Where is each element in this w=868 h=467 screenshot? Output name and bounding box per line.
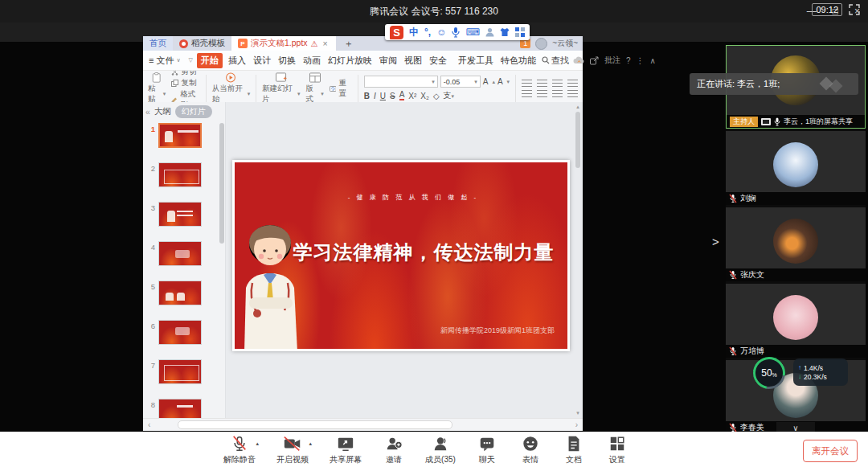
sogou-logo-icon[interactable]: S bbox=[390, 26, 403, 39]
underline-button[interactable]: U bbox=[380, 92, 386, 100]
align-center-icon[interactable] bbox=[537, 90, 547, 97]
slide-6-thumbnail[interactable] bbox=[158, 320, 202, 345]
font-color-button[interactable]: A bbox=[399, 91, 405, 100]
collapse-ribbon-icon[interactable]: ∧ bbox=[650, 56, 656, 65]
layout-button[interactable]: 版式▾ bbox=[305, 72, 323, 104]
justify-icon[interactable] bbox=[567, 90, 578, 97]
participant-tile[interactable]: 刘娴 bbox=[726, 131, 866, 205]
tab-wps-home[interactable]: 首页 bbox=[143, 36, 173, 51]
align-left-icon[interactable] bbox=[522, 90, 532, 97]
slide-4-thumbnail[interactable] bbox=[158, 241, 202, 266]
scroll-left-icon[interactable]: ‹ bbox=[143, 420, 155, 429]
menu-tab-animation[interactable]: 动画 bbox=[301, 53, 322, 68]
play-from-current-button[interactable]: 从当前开始▾ bbox=[212, 72, 250, 104]
sogou-keyboard-icon[interactable]: ⌨ bbox=[465, 25, 479, 39]
char-tool-button[interactable]: 支▾ bbox=[444, 90, 455, 101]
cloud-sync-icon[interactable] bbox=[573, 56, 584, 64]
sogou-voice-icon[interactable] bbox=[452, 27, 460, 38]
mic-options-caret-icon[interactable]: ▴ bbox=[256, 440, 259, 447]
paste-button[interactable]: 粘贴▾ bbox=[148, 72, 166, 104]
find-button[interactable]: 查找 bbox=[542, 55, 569, 67]
sogou-grid-icon[interactable] bbox=[515, 27, 525, 37]
superscript-button[interactable]: X² bbox=[408, 92, 416, 100]
horizontal-scrollbar[interactable]: ‹ › bbox=[143, 418, 583, 431]
reset-button[interactable]: 重置 bbox=[330, 78, 352, 99]
slide-thumb-row[interactable]: 8 bbox=[146, 399, 219, 418]
menu-tab-review[interactable]: 审阅 bbox=[378, 53, 399, 68]
bullet-list-icon[interactable] bbox=[522, 80, 532, 87]
indent-decrease-icon[interactable] bbox=[552, 80, 563, 87]
wps-account-name[interactable]: ~云领~ bbox=[552, 38, 578, 49]
cut-button[interactable]: 剪切 bbox=[171, 71, 200, 77]
slide-3-thumbnail[interactable] bbox=[158, 202, 202, 227]
tab-close-icon[interactable]: × bbox=[321, 39, 330, 48]
participant-tile[interactable]: 张庆文 bbox=[726, 207, 866, 281]
document-warning-icon[interactable]: ⚠ bbox=[311, 39, 318, 48]
shrink-font-button[interactable]: A▾ bbox=[497, 77, 510, 86]
kebab-menu-icon[interactable]: ⋮ bbox=[637, 56, 645, 65]
thumbnail-scrollbar[interactable] bbox=[219, 123, 224, 244]
menu-tab-security[interactable]: 安全 bbox=[428, 53, 448, 68]
highlight-button[interactable]: ◇ bbox=[433, 92, 440, 100]
menu-tab-design[interactable]: 设计 bbox=[252, 53, 272, 68]
emoji-button[interactable]: 表情 bbox=[514, 435, 547, 465]
participant-tile[interactable]: 万培博 bbox=[726, 284, 866, 358]
align-right-icon[interactable] bbox=[552, 90, 563, 97]
leave-meeting-button[interactable]: 离开会议 bbox=[803, 440, 858, 462]
menu-tab-home[interactable]: 开始 bbox=[197, 53, 223, 68]
vertical-scroll-thumb[interactable] bbox=[575, 112, 580, 168]
fullscreen-icon[interactable] bbox=[849, 4, 860, 15]
slide-page[interactable]: - 健 康 防 范 从 我 们 做 起 - 学习法律精神，传达法制力量 新闻传播… bbox=[232, 160, 570, 351]
copy-button[interactable]: 复制 bbox=[171, 78, 200, 88]
sogou-lang-icon[interactable]: 中 bbox=[409, 25, 419, 39]
bold-button[interactable]: B bbox=[364, 92, 370, 100]
slide-thumb-row[interactable]: 4 bbox=[146, 241, 219, 266]
slide-thumb-row[interactable]: 2 bbox=[146, 162, 219, 187]
tab-docer-templates[interactable]: 稻壳模板 bbox=[173, 36, 231, 51]
tab-outline[interactable]: 大纲 bbox=[154, 106, 171, 117]
menu-tab-insert[interactable]: 插入 bbox=[227, 53, 248, 68]
chat-button[interactable]: 聊天 bbox=[471, 435, 503, 465]
panel-collapse-chevron[interactable]: > bbox=[712, 235, 719, 248]
members-button[interactable]: 成员(35) bbox=[421, 435, 460, 465]
strikethrough-button[interactable]: S bbox=[390, 92, 395, 100]
tab-slides[interactable]: 幻灯片 bbox=[175, 105, 212, 118]
help-icon[interactable]: ? bbox=[626, 56, 631, 65]
sogou-skin-icon[interactable] bbox=[500, 27, 510, 37]
sogou-emoji-icon[interactable]: ☺ bbox=[436, 25, 446, 39]
slide-thumb-row[interactable]: 6 bbox=[146, 320, 219, 345]
settings-button[interactable]: 设置 bbox=[601, 435, 633, 465]
menu-tab-transition[interactable]: 切换 bbox=[276, 53, 297, 68]
grow-font-button[interactable]: A▴ bbox=[483, 77, 495, 86]
start-video-button[interactable]: 开启视频 ▴ bbox=[272, 435, 313, 465]
slide-thumb-row[interactable]: 1 bbox=[146, 123, 219, 148]
pin-ribbon-icon[interactable]: ▽ bbox=[189, 57, 193, 63]
scroll-right-icon[interactable]: › bbox=[571, 420, 583, 429]
font-name-combo[interactable]: ▾ bbox=[364, 76, 438, 88]
sogou-account-icon[interactable] bbox=[485, 27, 494, 37]
invite-button[interactable]: 邀请 bbox=[378, 435, 410, 465]
wps-account-avatar[interactable] bbox=[535, 38, 547, 50]
slide-1-thumbnail[interactable] bbox=[158, 123, 202, 148]
new-slide-button[interactable]: 新建幻灯片▾ bbox=[262, 72, 300, 104]
collapse-panel-icon[interactable]: « bbox=[145, 107, 150, 117]
menu-tab-view[interactable]: 视图 bbox=[403, 53, 424, 68]
menu-tab-slideshow[interactable]: 幻灯片放映 bbox=[326, 53, 374, 68]
docs-button[interactable]: 文档 bbox=[558, 435, 590, 465]
share-icon[interactable] bbox=[590, 56, 599, 65]
file-menu[interactable]: ≡ 文件 ∨ bbox=[149, 55, 181, 67]
indent-increase-icon[interactable] bbox=[567, 80, 578, 87]
comment-button[interactable]: 批注 bbox=[604, 55, 620, 66]
menu-tab-devtools[interactable]: 开发工具 bbox=[457, 53, 495, 68]
slide-7-thumbnail[interactable] bbox=[158, 359, 202, 384]
vertical-scrollbar[interactable]: ▴ ▾ bbox=[574, 104, 582, 416]
video-options-caret-icon[interactable]: ▴ bbox=[309, 440, 312, 447]
slide-8-thumbnail[interactable] bbox=[158, 399, 202, 418]
horizontal-scroll-thumb[interactable] bbox=[178, 420, 452, 429]
char-spacing-combo[interactable]: -0.05▾ bbox=[440, 76, 481, 88]
sogou-tone-icon[interactable]: °, bbox=[424, 25, 431, 39]
slide-5-thumbnail[interactable] bbox=[158, 281, 202, 305]
slide-thumb-row[interactable]: 3 bbox=[146, 202, 219, 227]
slide-thumb-row[interactable]: 7 bbox=[146, 359, 219, 384]
slide-thumb-row[interactable]: 5 bbox=[146, 281, 219, 305]
